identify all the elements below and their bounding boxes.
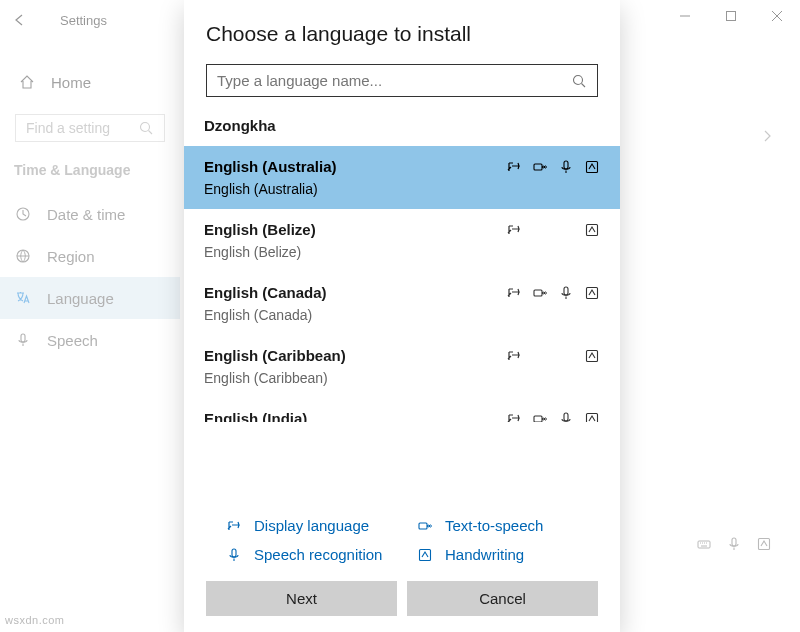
language-native: English (Australia)	[204, 181, 600, 197]
language-name: English (Caribbean)	[204, 347, 346, 364]
capability-icons	[506, 285, 600, 301]
legend-label: Text-to-speech	[445, 517, 543, 534]
legend-display: Display language	[226, 517, 407, 534]
language-name: English (Canada)	[204, 284, 327, 301]
language-name: English (India)	[204, 410, 307, 422]
text-to-speech-icon	[417, 518, 433, 534]
handwriting-icon	[584, 222, 600, 238]
search-icon	[571, 73, 587, 89]
language-row[interactable]: English (Caribbean)English (Caribbean)	[184, 335, 620, 398]
tts-icon	[532, 159, 548, 175]
language-row[interactable]: English (Australia)English (Australia)	[184, 146, 620, 209]
legend-label: Speech recognition	[254, 546, 382, 563]
handwriting-icon	[584, 285, 600, 301]
display-icon	[506, 411, 522, 423]
dialog-title: Choose a language to install	[184, 22, 620, 64]
language-native: English (Caribbean)	[204, 370, 600, 386]
cancel-button[interactable]: Cancel	[407, 581, 598, 616]
legend-speech: Speech recognition	[226, 546, 407, 563]
capability-icons	[506, 222, 600, 238]
display-icon	[506, 348, 522, 364]
handwriting-icon	[584, 159, 600, 175]
speech-icon	[558, 285, 574, 301]
legend-label: Display language	[254, 517, 369, 534]
language-row[interactable]: English (Canada)English (Canada)	[184, 272, 620, 335]
language-search-placeholder: Type a language name...	[217, 72, 382, 89]
display-language-icon	[226, 518, 242, 534]
language-row[interactable]: English (India)	[184, 398, 620, 422]
display-icon	[506, 159, 522, 175]
tts-icon	[532, 411, 548, 423]
language-list[interactable]: DzongkhaEnglish (Australia)English (Aust…	[184, 105, 620, 500]
mic-icon	[226, 547, 242, 563]
capability-icons	[506, 159, 600, 175]
handwriting-icon	[584, 411, 600, 423]
speech-icon	[558, 159, 574, 175]
language-name: English (Australia)	[204, 158, 337, 175]
language-search-input[interactable]: Type a language name...	[206, 64, 598, 97]
capability-legend: Display language Text-to-speech Speech r…	[184, 500, 620, 581]
next-button[interactable]: Next	[206, 581, 397, 616]
language-name: English (Belize)	[204, 221, 316, 238]
handwriting-icon	[584, 348, 600, 364]
language-row[interactable]: Dzongkha	[184, 105, 620, 146]
capability-icons	[506, 348, 600, 364]
language-native: English (Canada)	[204, 307, 600, 323]
language-install-dialog: Choose a language to install Type a lang…	[184, 0, 620, 632]
handwriting-icon	[417, 547, 433, 563]
watermark: wsxdn.com	[5, 614, 65, 626]
capability-icons	[506, 411, 600, 423]
display-icon	[506, 285, 522, 301]
display-icon	[506, 222, 522, 238]
tts-icon	[532, 285, 548, 301]
speech-icon	[558, 411, 574, 423]
language-name: Dzongkha	[204, 117, 276, 134]
language-native: English (Belize)	[204, 244, 600, 260]
legend-tts: Text-to-speech	[417, 517, 598, 534]
legend-label: Handwriting	[445, 546, 524, 563]
language-row[interactable]: English (Belize)English (Belize)	[184, 209, 620, 272]
legend-handwriting: Handwriting	[417, 546, 598, 563]
